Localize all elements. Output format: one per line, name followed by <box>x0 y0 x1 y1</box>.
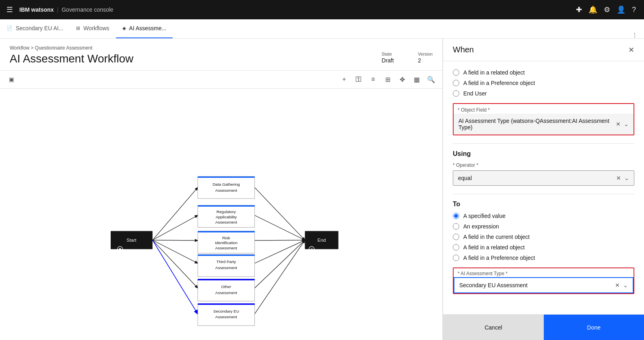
bell-icon[interactable]: 🔔 <box>587 4 599 16</box>
settings-icon[interactable]: ⚙ <box>602 4 612 16</box>
svg-line-9 <box>255 240 305 263</box>
menu-icon[interactable]: ☰ <box>6 5 13 14</box>
radio-specified-value[interactable]: A specified value <box>453 213 634 219</box>
operator-clear-icon[interactable]: ✕ <box>616 175 621 181</box>
list-btn[interactable]: ≡ <box>367 73 380 86</box>
grid-btn[interactable]: ⊞ <box>381 73 394 86</box>
brand-watsonx: IBM watsonx <box>19 6 54 13</box>
svg-text:Applicability: Applicability <box>216 215 237 219</box>
svg-line-7 <box>255 215 305 240</box>
to-title: To <box>453 201 634 208</box>
ai-type-chevron-icon[interactable]: ⌄ <box>623 282 628 288</box>
svg-text:Risk: Risk <box>222 236 230 240</box>
ai-type-select[interactable]: Secondary EU Assessment ✕ ⌄ <box>454 277 634 293</box>
current-object-label: A field in the current object <box>463 234 530 240</box>
workflow-diagram: Start Data Gathering Assessment Regulato… <box>0 89 442 340</box>
add-icon[interactable]: ✚ <box>574 4 584 16</box>
operator-chevron-icon[interactable]: ⌄ <box>624 175 629 181</box>
radio-to-related-object[interactable]: A field in a related object <box>453 244 634 251</box>
done-button[interactable]: Done <box>544 315 644 340</box>
svg-rect-17 <box>198 176 254 178</box>
svg-text:Assessment: Assessment <box>215 315 237 319</box>
to-radio-group: A specified value An expression A field … <box>453 213 634 261</box>
svg-text:⚙: ⚙ <box>310 247 313 251</box>
state-meta: State Draft <box>382 52 394 64</box>
svg-line-1 <box>153 215 198 240</box>
right-panel: When ✕ A field in a related object A fie… <box>443 39 644 340</box>
chevron-down-icon[interactable]: ⌄ <box>624 121 629 127</box>
radio-to-preference-object[interactable]: A field in a Preference object <box>453 255 634 261</box>
to-preference-object-label: A field in a Preference object <box>463 255 535 261</box>
panel-close-btn[interactable]: ✕ <box>628 46 634 54</box>
svg-rect-31 <box>198 255 254 256</box>
svg-line-4 <box>153 240 198 288</box>
tab-secondary-eu[interactable]: 📄 Secondary EU AI... <box>0 19 70 38</box>
main-content: Workflow > Questionnaire Assessment AI A… <box>0 39 644 340</box>
tab-ai-assessment[interactable]: ◈ AI Assessme... <box>116 19 173 38</box>
ai-type-label: * AI Assessment Type * <box>454 268 634 277</box>
svg-rect-35 <box>198 279 254 280</box>
svg-text:Assessment: Assessment <box>215 265 237 270</box>
tab-bar: 📄 Secondary EU AI... ⊞ Workflows ◈ AI As… <box>0 19 644 39</box>
end-user-label: End User <box>463 90 487 97</box>
when-radio-group: A field in a related object A field in a… <box>453 69 634 97</box>
svg-text:Assessment: Assessment <box>215 290 237 295</box>
section-divider-2 <box>453 194 634 194</box>
cancel-button[interactable]: Cancel <box>443 315 544 340</box>
object-field-label: * Object Field * <box>454 104 634 114</box>
object-field-select[interactable]: AI Assessment Type (watsonx-QAssessment:… <box>454 114 634 135</box>
radio-related-object[interactable]: A field in a related object <box>453 69 634 76</box>
version-meta: Version 2 <box>418 52 433 64</box>
svg-line-5 <box>153 240 198 314</box>
svg-text:Identification: Identification <box>215 240 237 245</box>
specified-value-label: A specified value <box>463 213 506 219</box>
brand: IBM watsonx | Governance console <box>19 6 114 13</box>
table-btn[interactable]: ▦ <box>410 73 423 86</box>
svg-text:Start: Start <box>126 237 136 243</box>
page-header-meta: State Draft Version 2 <box>382 52 433 64</box>
svg-line-11 <box>255 240 305 314</box>
radio-preference-object[interactable]: A field in a Preference object <box>453 80 634 86</box>
svg-text:Regulatory: Regulatory <box>217 210 236 214</box>
zoom-btn[interactable]: 🔍 <box>425 73 438 86</box>
object-field-value: AI Assessment Type (watsonx-QAssessment:… <box>458 118 616 131</box>
brand-console: Governance console <box>62 6 113 13</box>
operator-select[interactable]: equal ✕ ⌄ <box>453 170 634 186</box>
related-object-label: A field in a related object <box>463 69 525 76</box>
table-icon: ⊞ <box>76 25 80 31</box>
svg-line-2 <box>153 240 198 240</box>
using-title: Using <box>453 150 634 158</box>
top-nav: ☰ IBM watsonx | Governance console ✚ 🔔 ⚙… <box>0 0 644 19</box>
svg-rect-34 <box>198 279 254 301</box>
panel-title: When <box>453 45 474 54</box>
page-title: AI Assessment Workflow <box>10 52 382 65</box>
expression-label: An expression <box>463 223 499 230</box>
ai-type-clear-icon[interactable]: ✕ <box>615 282 620 288</box>
radio-current-object[interactable]: A field in the current object <box>453 234 634 240</box>
ai-type-box: * AI Assessment Type * Secondary EU Asse… <box>453 267 634 294</box>
svg-text:Other: Other <box>221 284 232 289</box>
panel-toggle-btn[interactable]: ▣ <box>5 73 18 86</box>
canvas-diagram[interactable]: Start Data Gathering Assessment Regulato… <box>0 89 442 340</box>
tab-overflow[interactable]: ⋮ <box>625 32 644 38</box>
svg-rect-21 <box>198 205 254 207</box>
user-icon[interactable]: 👤 <box>615 4 627 16</box>
svg-line-6 <box>255 187 305 240</box>
svg-line-10 <box>255 240 305 288</box>
svg-text:End: End <box>318 237 326 243</box>
clear-icon[interactable]: ✕ <box>616 121 621 127</box>
svg-text:Secondary EU: Secondary EU <box>213 309 239 313</box>
breadcrumb: Workflow > Questionnaire Assessment <box>10 45 382 51</box>
svg-rect-39 <box>198 303 254 305</box>
move-btn[interactable]: ✥ <box>396 73 409 86</box>
add-node-btn[interactable]: + <box>338 73 351 86</box>
help-icon[interactable]: ? <box>630 4 638 16</box>
svg-point-15 <box>119 248 121 250</box>
file-icon: 📄 <box>6 25 12 31</box>
connect-btn[interactable]: ⚿ <box>352 73 365 86</box>
tab-workflows[interactable]: ⊞ Workflows <box>70 19 116 38</box>
radio-end-user[interactable]: End User <box>453 90 634 97</box>
svg-line-8 <box>255 240 305 240</box>
panel-body: A field in a related object A field in a… <box>443 61 644 314</box>
radio-expression[interactable]: An expression <box>453 223 634 230</box>
